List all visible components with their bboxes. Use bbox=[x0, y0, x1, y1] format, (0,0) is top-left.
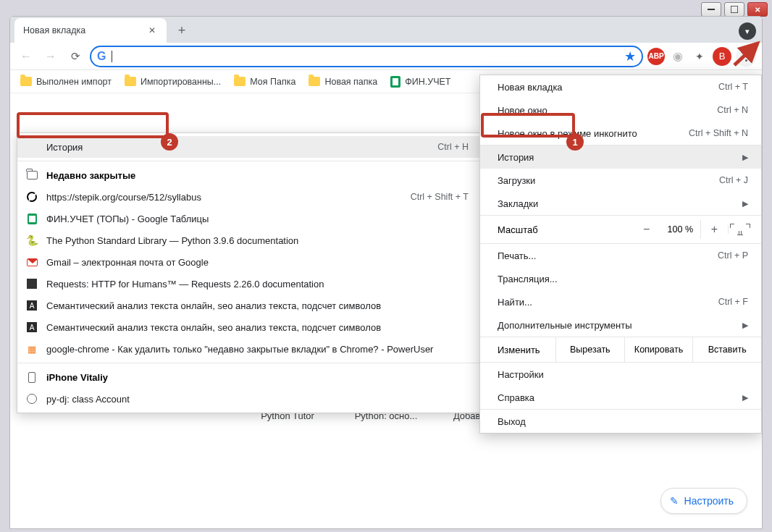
menu-settings[interactable]: Настройки bbox=[480, 363, 761, 386]
bookmark-label: Выполнен импорт bbox=[36, 77, 112, 87]
submenu-arrow-icon: ▶ bbox=[742, 393, 748, 402]
history-item-label: Семантический анализ текста онлайн, seo … bbox=[46, 300, 381, 311]
menu-print[interactable]: Печать...Ctrl + P bbox=[480, 244, 761, 267]
menu-cast[interactable]: Трансляция... bbox=[480, 267, 761, 290]
menu-separator bbox=[17, 161, 483, 161]
zoom-value: 100 % bbox=[660, 224, 700, 235]
tab-strip: Новая вкладка ✕ + ▾ bbox=[10, 17, 762, 43]
menu-label: Новая вкладка bbox=[498, 82, 563, 93]
history-item[interactable]: https://stepik.org/course/512/syllabus C… bbox=[17, 186, 483, 208]
shortcut-label: Ctrl + Shift + N bbox=[689, 128, 748, 138]
history-item-label: ФИН.УЧЕТ (ТОПы) - Google Таблицы bbox=[46, 214, 209, 224]
cut-button[interactable]: Вырезать bbox=[555, 337, 624, 362]
menu-separator bbox=[17, 363, 483, 363]
chrome-menu-button[interactable] bbox=[736, 46, 756, 67]
bookmark-item[interactable]: Новая папка bbox=[309, 77, 377, 87]
menu-incognito[interactable]: Новое окно в режиме инкогнитоCtrl + Shif… bbox=[480, 122, 761, 145]
copy-button[interactable]: Копировать bbox=[624, 337, 693, 362]
adblock-icon[interactable]: ABP bbox=[647, 48, 665, 65]
menu-label: Изменить bbox=[498, 337, 555, 362]
extensions-icon[interactable]: ✦ bbox=[691, 48, 708, 65]
bookmark-item[interactable]: Моя Папка bbox=[234, 77, 295, 87]
shortcut-label: Ctrl + F bbox=[718, 297, 748, 307]
privacy-shield-icon[interactable]: ◉ bbox=[669, 48, 687, 65]
submenu-arrow-icon: ▶ bbox=[742, 153, 748, 162]
stepik-icon bbox=[27, 192, 37, 202]
omnibox-input[interactable] bbox=[118, 51, 618, 62]
shortcut-label: Ctrl + H bbox=[437, 142, 469, 152]
submenu-arrow-icon: ▶ bbox=[742, 199, 748, 208]
history-item[interactable]: 🐍 The Python Standard Library — Python 3… bbox=[17, 229, 483, 251]
shortcut-label: Ctrl + P bbox=[718, 250, 748, 261]
minimize-button[interactable] bbox=[701, 2, 721, 17]
customize-button[interactable]: ✎ Настроить bbox=[660, 488, 747, 514]
active-tab[interactable]: Новая вкладка ✕ bbox=[14, 18, 167, 43]
close-window-button[interactable] bbox=[747, 2, 768, 17]
zoom-in-button[interactable]: + bbox=[700, 220, 728, 239]
history-menu-item[interactable]: История Ctrl + H bbox=[17, 136, 483, 158]
menu-downloads[interactable]: ЗагрузкиCtrl + J bbox=[480, 169, 761, 192]
address-bar[interactable]: G ★ bbox=[90, 46, 643, 67]
menu-find[interactable]: Найти...Ctrl + F bbox=[480, 290, 761, 313]
customize-label: Настроить bbox=[684, 495, 734, 507]
fullscreen-button[interactable] bbox=[728, 225, 751, 234]
profile-avatar[interactable]: В bbox=[713, 47, 731, 66]
history-item[interactable]: Requests: HTTP for Humans™ — Requests 2.… bbox=[17, 273, 483, 295]
forward-button[interactable]: → bbox=[41, 46, 61, 67]
svg-rect-1 bbox=[731, 6, 738, 13]
bookmark-label: Моя Папка bbox=[250, 77, 295, 87]
history-item-label: Gmail – электронная почта от Google bbox=[46, 257, 209, 268]
menu-help[interactable]: Справка▶ bbox=[480, 386, 761, 409]
menu-label: Закладки bbox=[498, 198, 538, 209]
menu-new-tab[interactable]: Новая вкладкаCtrl + T bbox=[480, 75, 761, 98]
history-item-label: https://stepik.org/course/512/syllabus bbox=[46, 192, 201, 203]
menu-label: История bbox=[46, 142, 83, 153]
bookmark-item[interactable]: ФИН.УЧЕТ bbox=[390, 76, 450, 88]
phone-icon bbox=[28, 372, 35, 383]
back-button[interactable]: ← bbox=[16, 46, 36, 67]
shortcut-label: Ctrl + N bbox=[717, 105, 748, 115]
maximize-button[interactable] bbox=[724, 2, 744, 17]
history-item[interactable]: py-dj: class Account bbox=[17, 388, 483, 410]
menu-label: Масштаб bbox=[498, 224, 538, 235]
history-item[interactable]: Gmail – электронная почта от Google bbox=[17, 251, 483, 273]
history-item[interactable]: A Семантический анализ текста онлайн, se… bbox=[17, 316, 483, 338]
menu-label: Трансляция... bbox=[498, 274, 558, 284]
menu-exit[interactable]: Выход bbox=[480, 410, 761, 433]
tab-search-button[interactable]: ▾ bbox=[739, 22, 756, 40]
chrome-main-menu: Новая вкладкаCtrl + T Новое окноCtrl + N… bbox=[479, 75, 762, 434]
zoom-out-button[interactable]: − bbox=[633, 220, 660, 239]
history-item[interactable]: A Семантический анализ текста онлайн, se… bbox=[17, 295, 483, 316]
menu-label: Найти... bbox=[498, 297, 532, 308]
new-tab-button[interactable]: + bbox=[172, 20, 192, 41]
history-item[interactable]: ▦ google-chrome - Как удалить только "не… bbox=[17, 338, 483, 360]
menu-bookmarks[interactable]: Закладки▶ bbox=[480, 192, 761, 215]
menu-label: Выход bbox=[498, 416, 526, 427]
globe-icon bbox=[27, 394, 37, 404]
shortcut-label: Ctrl + Shift + T bbox=[411, 192, 469, 202]
menu-history[interactable]: История▶ bbox=[480, 145, 761, 169]
requests-icon bbox=[27, 279, 37, 289]
bookmark-item[interactable]: Импортированны... bbox=[125, 77, 221, 87]
shortcut-label: Ctrl + J bbox=[719, 175, 748, 185]
device-header: iPhone Vitaliy bbox=[17, 366, 483, 388]
advego-icon: A bbox=[27, 322, 37, 332]
menu-new-window[interactable]: Новое окноCtrl + N bbox=[480, 98, 761, 122]
stackoverflow-icon: ▦ bbox=[26, 343, 38, 355]
folder-outline-icon bbox=[27, 171, 38, 180]
text-caret bbox=[112, 51, 112, 62]
python-icon: 🐍 bbox=[26, 235, 38, 246]
menu-label: Новое окно bbox=[498, 105, 547, 116]
close-tab-icon[interactable]: ✕ bbox=[146, 25, 158, 36]
menu-tools[interactable]: Дополнительные инструменты▶ bbox=[480, 313, 761, 337]
history-item-label: py-dj: class Account bbox=[46, 394, 130, 405]
menu-zoom: Масштаб − 100 % + bbox=[480, 216, 761, 243]
fullscreen-icon bbox=[740, 225, 749, 234]
header-label: Недавно закрытые bbox=[46, 170, 135, 181]
bookmark-star-icon[interactable]: ★ bbox=[624, 48, 636, 64]
paste-button[interactable]: Вставить bbox=[692, 337, 761, 362]
history-item[interactable]: ФИН.УЧЕТ (ТОПы) - Google Таблицы bbox=[17, 208, 483, 229]
bookmark-item[interactable]: Выполнен импорт bbox=[20, 77, 112, 87]
pencil-icon: ✎ bbox=[670, 495, 679, 507]
reload-button[interactable]: ⟳ bbox=[65, 46, 85, 67]
